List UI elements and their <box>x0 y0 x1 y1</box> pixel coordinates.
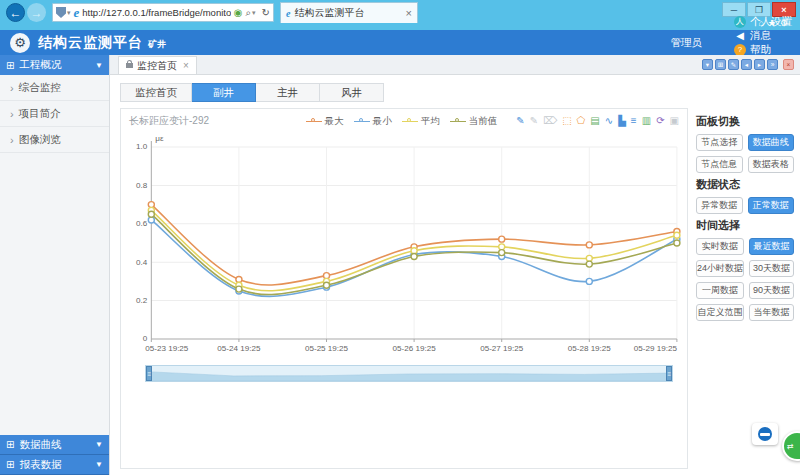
app-logo-icon: ⚙ <box>10 33 30 53</box>
shaft-tabs: 监控首页副井主井风井 <box>120 83 800 102</box>
chevron-down-icon: ▼ <box>95 440 103 449</box>
datazoom-left-handle[interactable] <box>146 366 152 381</box>
svg-text:05-23 19:25: 05-23 19:25 <box>145 344 189 353</box>
page-tab-label: 监控首页 <box>137 59 177 73</box>
legend-item-平均[interactable]: 平均 <box>402 115 440 128</box>
tab-close-icon[interactable]: × <box>406 7 412 19</box>
collapse-tabs-button[interactable]: ▾ <box>702 59 713 70</box>
legend-label: 平均 <box>421 115 440 128</box>
edit-disabled-icon[interactable]: ✎ <box>530 115 538 127</box>
browser-forward-button[interactable]: → <box>27 3 46 22</box>
tab-监控首页[interactable]: 监控首页 <box>120 83 192 102</box>
header-menu-label: 个人设置 <box>750 15 792 29</box>
bar-chart-icon[interactable]: ▙ <box>618 115 626 127</box>
rect-select-icon[interactable]: ⬚ <box>562 115 571 127</box>
line-chart-icon[interactable]: ∿ <box>605 115 613 127</box>
chart-panel: 长标距应变计-292 最大最小平均当前值 ✎✎⌦⬚⬠▤∿▙≡▥⟳▣ 00.20.… <box>120 108 688 469</box>
legend-marker-icon <box>354 117 370 125</box>
chart-legend: 最大最小平均当前值 <box>296 115 498 128</box>
chevron-right-icon: › <box>10 108 14 120</box>
header-menu-speaker[interactable]: ◀消息 <box>734 29 792 43</box>
chart-title: 长标距应变计-292 <box>129 114 209 128</box>
panel-button-节点信息[interactable]: 节点信息 <box>696 156 743 173</box>
panel-button-实时数据[interactable]: 实时数据 <box>696 238 744 255</box>
url-text[interactable]: http://127.0.0.1/frameBridge/monitorpage… <box>82 7 230 18</box>
compatibility-icon[interactable]: ◉ <box>234 7 243 18</box>
sidebar-section-project-overview[interactable]: ⊞ 工程概况 ▼ <box>0 55 109 75</box>
datazoom-preview <box>146 366 672 381</box>
save-icon[interactable]: ▣ <box>670 115 679 127</box>
sidebar-item-label: 图像浏览 <box>19 133 61 147</box>
svg-text:05-29 19:25: 05-29 19:25 <box>634 344 678 353</box>
refresh-page-icon[interactable]: ↻ <box>262 7 270 18</box>
tiled-icon[interactable]: ▥ <box>642 115 651 127</box>
panel-section-title: 数据状态 <box>696 177 794 192</box>
address-bar[interactable]: ▾ e http://127.0.0.1/frameBridge/monitor… <box>52 3 274 22</box>
panel-button-90天数据[interactable]: 90天数据 <box>749 282 794 299</box>
legend-item-最大[interactable]: 最大 <box>306 115 344 128</box>
sidebar-item-综合监控[interactable]: ›综合监控 <box>0 75 109 101</box>
tab-风井[interactable]: 风井 <box>320 83 384 102</box>
chart-toolbar: ✎✎⌦⬚⬠▤∿▙≡▥⟳▣ <box>511 115 679 127</box>
panel-button-正常数据[interactable]: 正常数据 <box>748 197 795 214</box>
stack-icon[interactable]: ≡ <box>631 115 637 127</box>
svg-text:με: με <box>155 134 164 143</box>
panel-button-当年数据[interactable]: 当年数据 <box>749 304 794 321</box>
edit-icon[interactable]: ✎ <box>516 115 524 127</box>
sidebar-item-label: 项目简介 <box>19 107 61 121</box>
tab-tools-button[interactable]: ✎ <box>728 59 739 70</box>
current-user-label[interactable]: 管理员 <box>671 36 703 50</box>
last-tab-button[interactable]: » <box>767 59 778 70</box>
search-icon[interactable]: ⌕ <box>245 7 251 19</box>
teamviewer-icon[interactable] <box>752 423 778 445</box>
data-view-icon[interactable]: ▤ <box>590 115 599 127</box>
legend-item-当前值[interactable]: 当前值 <box>450 115 498 128</box>
sidebar-section-report-data[interactable]: ⊞ 报表数据 ▼ <box>0 455 109 475</box>
next-tab-button[interactable]: ▸ <box>754 59 765 70</box>
page-tab-monitor-home[interactable]: 监控首页 × <box>118 56 197 74</box>
lasso-select-icon[interactable]: ⬠ <box>577 115 586 127</box>
panel-button-30天数据[interactable]: 30天数据 <box>749 260 794 277</box>
grid-icon: ⊞ <box>6 439 14 450</box>
refresh-icon[interactable]: ⟳ <box>656 115 664 127</box>
prev-tab-button[interactable]: ◂ <box>741 59 752 70</box>
svg-text:05-26 19:25: 05-26 19:25 <box>393 344 437 353</box>
sidebar-item-项目简介[interactable]: ›项目简介 <box>0 101 109 127</box>
tab-主井[interactable]: 主井 <box>256 83 320 102</box>
panel-button-数据表格[interactable]: 数据表格 <box>748 156 795 173</box>
lock-icon <box>126 63 133 68</box>
chevron-right-icon: › <box>10 134 14 146</box>
shield-dropdown-icon[interactable]: ▾ <box>67 9 71 17</box>
legend-item-最小[interactable]: 最小 <box>354 115 392 128</box>
browser-back-button[interactable]: ← <box>6 3 25 22</box>
chevron-down-icon: ▼ <box>95 61 103 70</box>
panel-button-一周数据[interactable]: 一周数据 <box>696 282 744 299</box>
browser-tab[interactable]: e 结构云监测平台 × <box>280 2 418 23</box>
datazoom-slider[interactable] <box>145 365 673 382</box>
search-dropdown-icon[interactable]: ▾ <box>252 9 256 17</box>
legend-label: 最小 <box>373 115 392 128</box>
panel-button-节点选择[interactable]: 节点选择 <box>696 134 743 151</box>
close-all-tabs-button[interactable]: × <box>783 59 794 70</box>
legend-label: 最大 <box>325 115 344 128</box>
datazoom-right-handle[interactable] <box>666 366 672 381</box>
svg-text:1.0: 1.0 <box>136 143 148 152</box>
panel-button-自定义范围[interactable]: 自定义范围 <box>696 304 744 321</box>
clear-icon[interactable]: ⌦ <box>543 115 557 127</box>
panel-section-title: 时间选择 <box>696 218 794 233</box>
app-header: ⚙ 结构云监测平台 矿井 管理员 人个人设置◀消息?帮助→返回 <box>0 30 800 55</box>
sidebar-item-图像浏览[interactable]: ›图像浏览 <box>0 127 109 153</box>
sidebar-section-data-curve[interactable]: ⊞ 数据曲线 ▼ <box>0 435 109 455</box>
panel-button-异常数据[interactable]: 异常数据 <box>696 197 743 214</box>
header-menu-user[interactable]: 人个人设置 <box>734 15 792 29</box>
panel-button-数据曲线[interactable]: 数据曲线 <box>748 134 795 151</box>
page-tab-close-icon[interactable]: × <box>183 60 189 71</box>
panel-button-最近数据[interactable]: 最近数据 <box>749 238 794 255</box>
svg-text:05-27 19:25: 05-27 19:25 <box>480 344 524 353</box>
chevron-right-icon: › <box>10 82 14 94</box>
legend-marker-icon <box>306 117 322 125</box>
pin-tab-button[interactable]: ⊞ <box>715 59 726 70</box>
panel-button-24小时数据[interactable]: 24小时数据 <box>696 260 744 277</box>
tab-副井[interactable]: 副井 <box>192 83 256 102</box>
speaker-icon: ◀ <box>734 30 746 42</box>
